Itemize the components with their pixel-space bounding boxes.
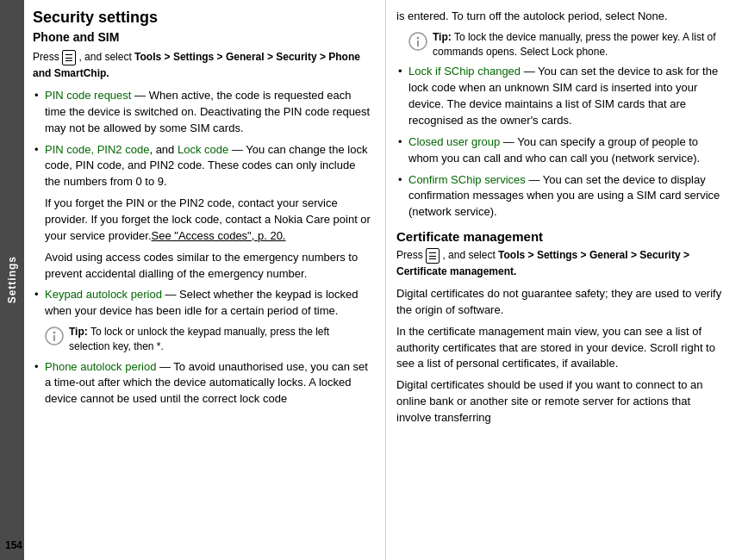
list-item: PIN code request — When active, the code… — [33, 88, 371, 137]
path-middle-1: , and select — [78, 51, 131, 63]
rbullet2-highlight: Closed user group — [408, 135, 500, 148]
rbullet1-highlight: Lock if SChip changed — [408, 65, 521, 78]
list-item: Phone autolock period — To avoid unautho… — [33, 359, 371, 408]
menu-icon: ☰ — [62, 50, 76, 66]
bullet-list-3: Phone autolock period — To avoid unautho… — [33, 359, 371, 408]
page-title: Security settings — [33, 9, 371, 27]
tip-icon-2 — [408, 32, 427, 51]
cert-path-middle: , and select — [442, 249, 495, 261]
continued-text: is entered. To turn off the autolock per… — [396, 9, 728, 25]
list-item: Keypad autolock period — Select whether … — [33, 287, 371, 320]
svg-point-4 — [417, 36, 420, 39]
svg-rect-5 — [417, 40, 419, 47]
cert-press-label: Press — [396, 249, 423, 261]
right-bullet-list: Lock if SChip changed — You can set the … — [396, 64, 728, 221]
para2: Avoid using access codes similar to the … — [45, 250, 371, 283]
access-codes-link[interactable]: See "Access codes", p. 20. — [152, 229, 286, 242]
cert-path-bold: Tools > Settings > General > Security > … — [396, 249, 689, 277]
para1: If you forget the PIN or the PIN2 code, … — [45, 196, 371, 245]
tip2-text: To lock the device manually, press the p… — [433, 31, 716, 58]
list-item: Confirm SChip services — You can set the… — [396, 172, 728, 221]
section1-heading: Phone and SIM — [33, 30, 371, 44]
bullet1-highlight: PIN code request — [45, 89, 131, 102]
tip-text-1: Tip: To lock or unlock the keypad manual… — [69, 325, 371, 354]
content-area: Security settings Phone and SIM Press ☰ … — [24, 0, 742, 560]
svg-rect-2 — [53, 335, 55, 341]
cert-para2: In the certificate management main view,… — [396, 324, 728, 373]
tip-icon-1 — [45, 327, 64, 345]
tip1-bold: Tip: — [69, 326, 88, 338]
cert-path-line: Press ☰ , and select Tools > Settings > … — [396, 247, 728, 279]
cert-menu-icon: ☰ — [426, 248, 440, 264]
tip-box-2: Tip: To lock the device manually, press … — [408, 30, 728, 59]
tip2-bold: Tip: — [433, 31, 452, 43]
tip-box-1: Tip: To lock or unlock the keypad manual… — [45, 325, 371, 354]
bullet4-highlight: Phone autolock period — [45, 360, 156, 373]
sidebar: Settings 154 — [0, 0, 24, 560]
left-column: Security settings Phone and SIM Press ☰ … — [24, 0, 386, 560]
bullet-list-1: PIN code request — When active, the code… — [33, 88, 371, 190]
right-column: is entered. To turn off the autolock per… — [386, 0, 742, 560]
bullet2-and: , and — [149, 143, 178, 156]
list-item: PIN code, PIN2 code, and Lock code — You… — [33, 142, 371, 191]
list-item: Lock if SChip changed — You can set the … — [396, 64, 728, 128]
continued-text-span: is entered. To turn off the autolock per… — [396, 9, 668, 22]
bullet2-highlight2: Lock code — [178, 143, 228, 156]
path-line-1: Press ☰ , and select Tools > Settings > … — [33, 49, 371, 81]
list-item: Closed user group — You can specify a gr… — [396, 134, 728, 167]
page-number: 154 — [5, 539, 22, 551]
bullet-list-2: Keypad autolock period — Select whether … — [33, 287, 371, 320]
tip1-text: To lock or unlock the keypad manually, p… — [69, 326, 329, 352]
sidebar-label: Settings — [6, 256, 18, 303]
tip-text-2: Tip: To lock the device manually, press … — [433, 30, 728, 59]
cert-heading: Certificate management — [396, 229, 728, 244]
svg-point-1 — [53, 332, 56, 334]
bullet3-highlight: Keypad autolock period — [45, 288, 162, 301]
cert-para3: Digital certificates should be used if y… — [396, 377, 728, 426]
rbullet3-highlight: Confirm SChip services — [408, 173, 526, 186]
bullet2-highlight1: PIN code, PIN2 code — [45, 143, 149, 156]
press-label: Press — [33, 51, 59, 63]
cert-para1: Digital certificates do not guarantee sa… — [396, 286, 728, 319]
